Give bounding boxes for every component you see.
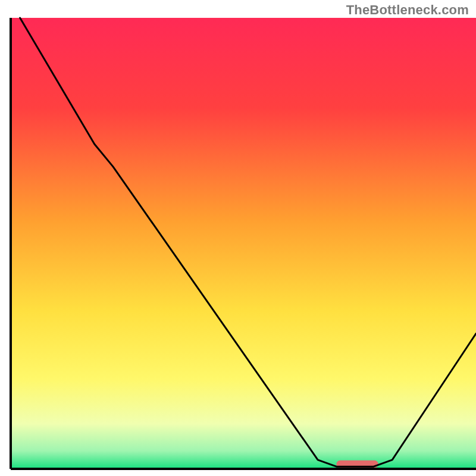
gradient-background	[11, 18, 476, 469]
watermark-text: TheBottleneck.com	[346, 2, 469, 18]
chart-svg	[0, 0, 476, 476]
bottleneck-chart: TheBottleneck.com	[0, 0, 476, 476]
plot-area	[11, 18, 476, 469]
